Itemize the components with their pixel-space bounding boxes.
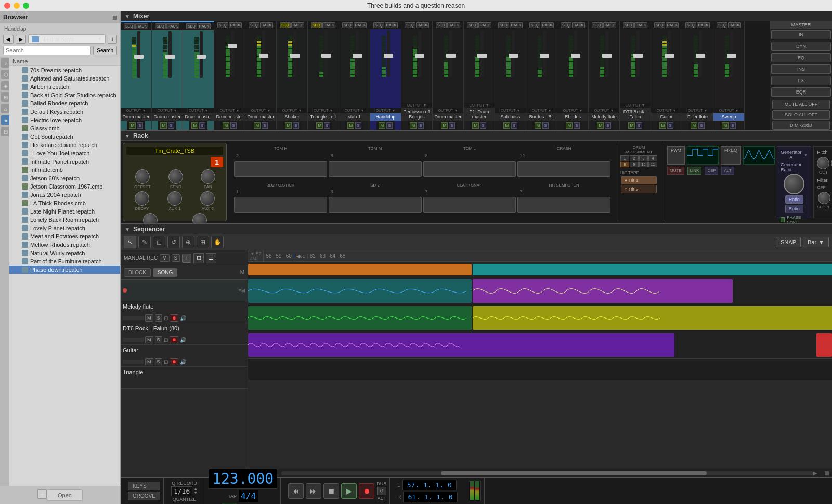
pad-tomm[interactable] bbox=[329, 161, 422, 177]
fader-handle-7[interactable] bbox=[353, 54, 362, 58]
mute-btn-19[interactable]: M bbox=[722, 122, 729, 129]
level-knob[interactable] bbox=[192, 213, 207, 223]
file-item[interactable]: Natural Wurly.repatch bbox=[9, 249, 120, 257]
manual-m-btn[interactable]: M bbox=[160, 254, 169, 262]
rack-btn-9[interactable]: RACK bbox=[416, 22, 429, 28]
fader-handle-2[interactable] bbox=[197, 55, 206, 59]
rack-btn-19[interactable]: RACK bbox=[728, 22, 741, 28]
rack-btn-5[interactable]: RACK bbox=[291, 22, 304, 28]
manual-s-btn[interactable]: S bbox=[172, 254, 180, 262]
rack-btn-13[interactable]: RACK bbox=[541, 22, 554, 28]
channel-output-10[interactable]: OUTPUT▼ bbox=[433, 108, 463, 113]
file-item[interactable]: Airborn.repatch bbox=[9, 83, 120, 91]
channel-name-label-18[interactable]: Filler flute bbox=[682, 113, 713, 121]
channel-name-label-19[interactable]: Sweep bbox=[713, 113, 744, 121]
file-item[interactable]: 70s Dreams.repatch bbox=[9, 66, 120, 74]
seq-btn-4[interactable]: SEQ bbox=[249, 22, 259, 28]
channel-name-label-5[interactable]: Shaker bbox=[277, 113, 307, 121]
ratio-knob[interactable] bbox=[784, 174, 804, 194]
mute-btn-14[interactable]: M bbox=[566, 122, 573, 129]
rack-btn-12[interactable]: RACK bbox=[510, 22, 523, 28]
mute-btn-11[interactable]: M bbox=[472, 122, 479, 129]
quantize-arrows[interactable]: ▲ ▼ bbox=[193, 487, 198, 495]
record-btn[interactable]: ⏺ bbox=[359, 483, 374, 499]
seq-btn-12[interactable]: SEQ bbox=[498, 22, 509, 28]
seq-btn-14[interactable]: SEQ bbox=[561, 22, 571, 28]
browser-add-button[interactable]: + bbox=[37, 489, 47, 499]
channel-name-label-10[interactable]: Drum master bbox=[433, 113, 463, 121]
channel-name-label-3[interactable]: Drum master bbox=[214, 113, 245, 121]
seq-collapse-arrow[interactable]: ▼ bbox=[125, 227, 130, 232]
rack-btn-7[interactable]: RACK bbox=[354, 22, 367, 28]
solo-btn-5[interactable]: S bbox=[293, 122, 298, 129]
add-track-btn[interactable]: + bbox=[182, 254, 191, 263]
mute-btn-5[interactable]: M bbox=[285, 122, 292, 129]
file-item[interactable]: Jetson Classroom 1967.cmb bbox=[9, 182, 120, 191]
clip-orange-main[interactable] bbox=[248, 264, 472, 275]
mute-btn-1[interactable]: M bbox=[160, 122, 167, 129]
file-item[interactable]: Jetson 60's.repatch bbox=[9, 174, 120, 182]
rack-btn-17[interactable]: RACK bbox=[666, 22, 679, 28]
channel-name-label-1[interactable]: Drum master bbox=[152, 113, 183, 121]
channel-output-13[interactable]: OUTPUT▼ bbox=[526, 108, 557, 113]
channel-output-12[interactable]: OUTPUT▼ bbox=[495, 108, 526, 113]
pencil-tool-btn[interactable]: ✎ bbox=[138, 236, 151, 248]
clip-guitar-1[interactable] bbox=[248, 333, 674, 357]
solo-btn-12[interactable]: S bbox=[511, 122, 517, 129]
solo-all-off-btn[interactable]: SOLO ALL OFF bbox=[772, 110, 830, 120]
search-input[interactable] bbox=[3, 46, 91, 55]
decay-knob[interactable] bbox=[135, 191, 149, 206]
rack-btn-0[interactable]: RACK bbox=[135, 23, 148, 29]
fader-handle-16[interactable] bbox=[633, 54, 643, 58]
rack-btn-1[interactable]: RACK bbox=[166, 23, 179, 29]
mute-btn-17[interactable]: M bbox=[659, 122, 666, 129]
fader-handle-12[interactable] bbox=[509, 54, 518, 58]
solo-btn-9[interactable]: S bbox=[418, 122, 423, 129]
clip-melody-1[interactable] bbox=[248, 279, 472, 303]
channel-output-4[interactable]: OUTPUT▼ bbox=[245, 108, 276, 113]
tempo-value[interactable]: 123.000 bbox=[209, 469, 277, 489]
pad-tomh[interactable] bbox=[234, 161, 327, 177]
file-item[interactable]: Intimate Pianet.repatch bbox=[9, 157, 120, 166]
channel-output-16[interactable]: OUTPUT▼ bbox=[620, 103, 651, 108]
hand-tool-btn[interactable]: ✋ bbox=[211, 236, 224, 248]
mute-btn-9[interactable]: M bbox=[410, 122, 417, 129]
nav-forward-button[interactable]: ▶ bbox=[16, 35, 26, 44]
solo-btn-13[interactable]: S bbox=[542, 122, 548, 129]
mute-btn-4[interactable]: M bbox=[254, 122, 261, 129]
rack-btn-6[interactable]: RACK bbox=[322, 22, 335, 28]
file-item[interactable]: Got Soul.repatch bbox=[9, 132, 120, 141]
melody-step-btn[interactable]: ⊡ bbox=[164, 315, 168, 321]
send-knob[interactable] bbox=[168, 169, 183, 184]
channel-output-0[interactable]: OUTPUT▼ bbox=[121, 108, 151, 113]
file-item[interactable]: Meat and Potatoes.repatch bbox=[9, 232, 120, 241]
channel-output-11[interactable]: OUTPUT▼ bbox=[464, 103, 495, 108]
mute-btn-2[interactable]: M bbox=[191, 122, 198, 129]
file-item[interactable]: Part of the Furniture.repatch bbox=[9, 257, 120, 266]
channel-name-label-16[interactable]: DT6 Rock - Falun bbox=[620, 108, 651, 121]
loop-tool-btn[interactable]: ↺ bbox=[167, 236, 180, 248]
seq-btn-8[interactable]: SEQ bbox=[373, 22, 384, 28]
melody-s-btn[interactable]: S bbox=[155, 314, 162, 322]
rack-btn-18[interactable]: RACK bbox=[697, 22, 710, 28]
clip-guitar-red[interactable] bbox=[816, 333, 832, 357]
rack-btn-11[interactable]: RACK bbox=[478, 22, 491, 28]
channel-name-label-2[interactable]: Drum master bbox=[183, 113, 214, 121]
file-item[interactable]: Late Night Pianet.repatch bbox=[9, 207, 120, 216]
clip-dt6-2[interactable] bbox=[473, 306, 832, 330]
tone-knob[interactable] bbox=[143, 213, 158, 223]
fader-handle-19[interactable] bbox=[727, 54, 736, 58]
guitar-s-btn[interactable]: S bbox=[155, 358, 162, 365]
assign-btn-8[interactable]: 11 bbox=[648, 162, 657, 167]
seq-btn-7[interactable]: SEQ bbox=[342, 22, 353, 28]
play-btn[interactable]: ▶ bbox=[341, 483, 357, 499]
fader-handle-10[interactable] bbox=[446, 54, 456, 58]
pad-clap[interactable] bbox=[423, 197, 516, 213]
channel-name-label-4[interactable]: Drum master bbox=[245, 113, 276, 121]
channel-name-label-12[interactable]: Sub bass bbox=[495, 113, 526, 121]
mute-btn[interactable]: MUTE bbox=[667, 167, 684, 175]
phase-sync-checkbox[interactable] bbox=[781, 217, 785, 222]
eraser-tool-btn[interactable]: ◻ bbox=[153, 236, 165, 248]
seq-btn-15[interactable]: SEQ bbox=[592, 22, 603, 28]
seq-btn-10[interactable]: SEQ bbox=[436, 22, 447, 28]
